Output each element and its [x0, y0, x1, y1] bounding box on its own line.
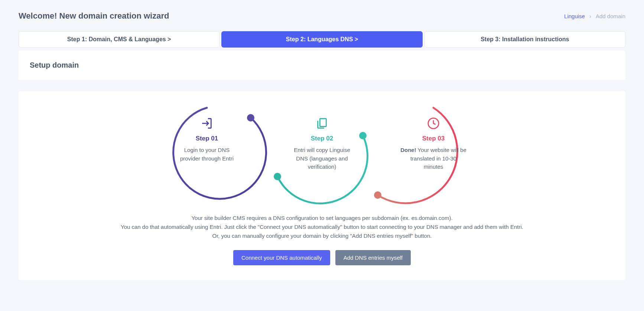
connect-dns-button[interactable]: Connect your DNS automatically	[233, 250, 330, 265]
diagram-step-2-label: Step 02	[281, 135, 363, 142]
info-line-1: Your site builder CMS requires a DNS con…	[41, 214, 603, 223]
svg-rect-4	[320, 119, 326, 126]
wizard-step-2-tab[interactable]: Step 2: Languages DNS >	[221, 31, 422, 48]
diagram-step-2: Step 02 Entri will copy Linguise DNS (la…	[281, 117, 363, 171]
wizard-step-3-tab[interactable]: Step 3: Installation instructions	[425, 31, 625, 48]
diagram-step-3: Step 03 Done! Your website will be trans…	[393, 117, 474, 171]
svg-point-3	[374, 191, 381, 199]
info-text: Your site builder CMS requires a DNS con…	[30, 214, 614, 240]
info-line-3: Or, you can manually configure your doma…	[41, 231, 603, 240]
section-title: Setup domain	[30, 61, 614, 69]
diagram-step-1: Step 01 Login to your DNS provider throu…	[166, 117, 248, 163]
breadcrumb-current: Add domain	[596, 13, 625, 19]
wizard-steps-nav: Step 1: Domain, CMS & Languages > Step 2…	[19, 31, 625, 48]
svg-point-1	[274, 173, 281, 180]
action-buttons: Connect your DNS automatically Add DNS e…	[30, 250, 614, 265]
wizard-step-1-tab[interactable]: Step 1: Domain, CMS & Languages >	[19, 31, 219, 48]
info-line-2: You can do that automatically using Entr…	[41, 223, 603, 231]
diagram-step-3-label: Step 03	[393, 135, 474, 142]
add-dns-manual-button[interactable]: Add DNS entries myself	[335, 250, 411, 265]
breadcrumb: Linguise › Add domain	[564, 13, 625, 19]
breadcrumb-root-link[interactable]: Linguise	[564, 13, 585, 19]
diagram-step-3-desc: Done! Your website will be translated in…	[393, 146, 474, 171]
copy-icon	[281, 117, 363, 130]
login-icon	[166, 117, 248, 130]
chevron-right-icon: ›	[589, 13, 591, 19]
svg-point-0	[247, 114, 254, 122]
steps-diagram: Step 01 Login to your DNS provider throu…	[166, 102, 478, 206]
page-title: Welcome! New domain creation wizard	[19, 11, 169, 21]
diagram-step-2-desc: Entri will copy Linguise DNS (languages …	[281, 146, 363, 171]
diagram-step-1-desc: Login to your DNS provider through Entri	[166, 146, 248, 163]
clock-icon	[393, 117, 474, 130]
setup-domain-header: Setup domain	[19, 51, 625, 80]
main-content-card: Step 01 Login to your DNS provider throu…	[19, 91, 625, 280]
diagram-step-1-label: Step 01	[166, 135, 248, 142]
